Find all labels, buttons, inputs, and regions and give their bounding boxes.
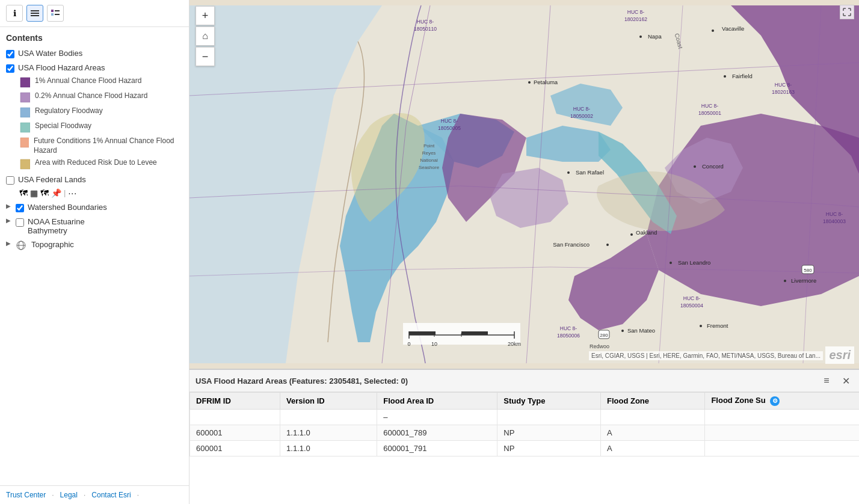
col-study-type[interactable]: Study Type (497, 393, 601, 410)
svg-marker-11 (20, 138, 29, 147)
zoom-out-button[interactable]: − (196, 47, 215, 66)
layer-federal-lands: USA Federal Lands 🗺 ▦ 🗺 📌 | ··· (6, 175, 183, 198)
layer-topo-label: Topographic (31, 240, 74, 249)
svg-text:San Francisco: San Francisco (553, 241, 590, 248)
legend-label-levee: Area with Reduced Risk Due to Levee (35, 158, 157, 168)
layer-noaa: ▶ NOAA EstuarineBathymetry (6, 217, 183, 235)
federal-icon-4[interactable]: 📌 (51, 188, 61, 198)
svg-point-63 (694, 165, 696, 168)
federal-icon-2[interactable]: ▦ (30, 188, 38, 198)
legend-label-future: Future Conditions 1% Annual Chance Flood… (34, 137, 183, 155)
cell-dfrim-2: 600001 (190, 441, 280, 456)
noaa-collapse[interactable]: ▶ (6, 217, 11, 224)
svg-text:18050002: 18050002 (570, 113, 593, 119)
cell-zone-2: A (600, 441, 704, 456)
svg-text:HUC 8-: HUC 8- (775, 82, 792, 88)
svg-point-57 (724, 75, 726, 78)
svg-text:18020163: 18020163 (772, 89, 795, 95)
layer-noaa-checkbox[interactable] (16, 218, 24, 227)
cell-study-empty (497, 410, 601, 425)
topo-collapse[interactable]: ▶ (6, 240, 11, 247)
contact-esri-link[interactable]: Contact Esri (91, 491, 131, 499)
svg-text:18020162: 18020162 (624, 16, 647, 22)
svg-point-61 (567, 171, 570, 174)
svg-text:Vacaville: Vacaville (722, 25, 744, 32)
layer-watershed-label: Watershed Boundaries (28, 203, 107, 212)
watershed-collapse[interactable]: ▶ (6, 203, 11, 209)
layer-water-bodies-checkbox[interactable] (6, 50, 14, 58)
legend-icon-levee (18, 158, 30, 170)
svg-text:Reyes: Reyes (422, 150, 436, 156)
cell-dfrim-empty (190, 410, 280, 425)
col-flood-zone-su[interactable]: Flood Zone Su ⚙ (705, 393, 859, 410)
legend-item-02pct: 0.2% Annual Chance Flood Hazard (18, 91, 183, 103)
tab-legend[interactable] (47, 5, 64, 22)
table-row-2: 600001 1.1.1.0 600001_791 NP A (190, 441, 860, 456)
col-dfrim-id[interactable]: DFRIM ID (190, 393, 280, 410)
svg-text:HUC 8-: HUC 8- (701, 103, 719, 109)
layer-watershed-checkbox[interactable] (16, 204, 24, 212)
legend-icon-1pct (18, 76, 30, 88)
col-flood-zone[interactable]: Flood Zone (600, 393, 704, 410)
federal-icon-3[interactable]: 🗺 (40, 188, 49, 198)
col-version-id[interactable]: Version ID (280, 393, 377, 410)
cell-version-empty (280, 410, 377, 425)
svg-text:Fairfield: Fairfield (732, 73, 753, 79)
trust-center-link[interactable]: Trust Center (6, 491, 46, 499)
topo-globe-icon (16, 240, 26, 251)
cell-study-2: NP (497, 441, 601, 456)
layer-water-bodies-label: USA Water Bodies (18, 49, 82, 58)
svg-rect-3 (51, 10, 54, 12)
svg-text:18050110: 18050110 (414, 26, 437, 32)
attr-table-close-button[interactable]: ✕ (839, 373, 853, 388)
col-flood-area-id[interactable]: Flood Area ID (377, 393, 497, 410)
legend-item-future: Future Conditions 1% Annual Chance Flood… (18, 137, 183, 155)
cell-version-2: 1.1.1.0 (280, 441, 377, 456)
legend-item-special-floodway: Special Floodway (18, 121, 183, 134)
federal-icon-more[interactable]: ··· (68, 188, 77, 198)
svg-text:18050001: 18050001 (698, 110, 721, 116)
expand-map-button[interactable] (840, 5, 854, 19)
sidebar: ℹ Contents USA Water Bodies USA (0, 0, 189, 504)
svg-text:Seashore: Seashore (419, 165, 440, 170)
sidebar-footer: Trust Center · Legal · Contact Esri · (0, 485, 189, 504)
svg-text:Redwoo: Redwoo (590, 343, 609, 349)
layer-flood-hazard-checkbox[interactable] (6, 64, 14, 73)
svg-text:0: 0 (407, 341, 410, 347)
cell-flood-area-1: 600001_789 (377, 425, 497, 441)
svg-rect-1 (31, 13, 39, 14)
layer-federal-lands-label: USA Federal Lands (18, 175, 86, 184)
sidebar-content: Contents USA Water Bodies USA Flood Haza… (0, 27, 189, 262)
legend-item-floodway: Regulatory Floodway (18, 106, 183, 118)
contents-title: Contents (6, 33, 183, 43)
esri-logo: esri (825, 346, 854, 364)
home-button[interactable]: ⌂ (196, 26, 215, 46)
svg-rect-100 (461, 331, 488, 335)
svg-point-69 (606, 244, 609, 246)
attr-table-content[interactable]: DFRIM ID Version ID Flood Area ID Study … (189, 392, 859, 504)
cell-version-1: 1.1.1.0 (280, 425, 377, 441)
svg-marker-8 (20, 93, 30, 102)
svg-text:20km: 20km (508, 341, 521, 347)
svg-text:18050004: 18050004 (680, 303, 703, 309)
svg-rect-4 (51, 13, 54, 16)
map-area[interactable]: HUC 8- 18050110 HUC 8- 18020162 HUC 8- 1… (189, 0, 859, 369)
tab-contents[interactable] (26, 5, 43, 22)
svg-text:Petaluma: Petaluma (534, 79, 558, 85)
legend-icon-floodway (18, 106, 30, 118)
attr-table-menu-button[interactable]: ≡ (819, 373, 834, 388)
layer-flood-hazard-label: USA Flood Hazard Areas (18, 63, 105, 72)
layer-water-bodies: USA Water Bodies (6, 49, 183, 58)
layer-federal-lands-checkbox[interactable] (6, 176, 14, 185)
zoom-in-button[interactable]: + (196, 6, 215, 25)
federal-icon-1[interactable]: 🗺 (19, 188, 28, 198)
tab-info[interactable]: ℹ (6, 5, 23, 22)
svg-text:Napa: Napa (648, 33, 662, 40)
table-header-row: DFRIM ID Version ID Flood Area ID Study … (190, 393, 860, 410)
svg-text:HUC 8-: HUC 8- (826, 211, 843, 217)
svg-marker-10 (20, 123, 30, 132)
svg-point-77 (621, 330, 624, 332)
legal-link[interactable]: Legal (60, 491, 78, 499)
attribute-table: USA Flood Hazard Areas (Features: 230548… (189, 369, 859, 504)
svg-rect-99 (409, 331, 436, 335)
